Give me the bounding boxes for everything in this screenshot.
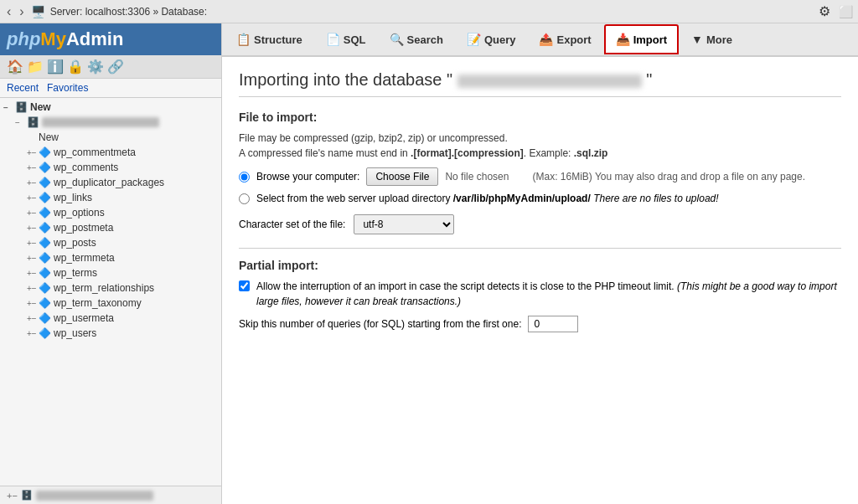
table-icon: 🔷 bbox=[39, 252, 51, 264]
list-item[interactable]: +− 🔷 wp_terms bbox=[0, 265, 221, 280]
interrupt-checkbox-row: Allow the interruption of an import in c… bbox=[239, 279, 841, 309]
logo-php: php bbox=[7, 28, 40, 50]
tree-label: wp_term_taxonomy bbox=[54, 297, 142, 309]
list-item[interactable]: +− 🔷 wp_postmeta bbox=[0, 220, 221, 235]
skip-queries-row: Skip this number of queries (for SQL) st… bbox=[239, 316, 841, 332]
list-item[interactable]: +− 🔷 wp_term_taxonomy bbox=[0, 296, 221, 311]
expander-icon: +− bbox=[27, 269, 39, 278]
tab-label: Query bbox=[484, 33, 516, 46]
table-icon: 🔷 bbox=[39, 207, 51, 219]
max-size-text: (Max: 16MiB) You may also drag and drop … bbox=[532, 171, 805, 183]
expander-icon: +− bbox=[27, 299, 39, 308]
sidebar-header: php My Admin bbox=[0, 23, 221, 55]
tab-sql[interactable]: 📄 SQL bbox=[315, 24, 377, 54]
resize-icon[interactable]: ⬜ bbox=[839, 5, 853, 18]
nav-tabs: 📋 Structure 📄 SQL 🔍 Search 📝 Query 📤 Exp… bbox=[222, 23, 858, 57]
tree-item-new-db[interactable]: New bbox=[0, 130, 221, 145]
list-item[interactable]: +− 🔷 wp_usermeta bbox=[0, 311, 221, 326]
no-files-note: There are no files to upload! bbox=[591, 193, 719, 204]
tab-export[interactable]: 📤 Export bbox=[528, 24, 602, 54]
tree-item-db-blurred[interactable]: − 🗄️ bbox=[0, 115, 221, 130]
dropdown-icon: ▼ bbox=[691, 33, 703, 46]
folder-icon[interactable]: 📁 bbox=[27, 59, 44, 75]
list-item[interactable]: +− 🔷 wp_posts bbox=[0, 235, 221, 250]
tree-item-new-root[interactable]: − 🗄️ New bbox=[0, 100, 221, 115]
tree-label: wp_termmeta bbox=[54, 252, 115, 264]
query-icon: 📝 bbox=[467, 33, 481, 46]
sidebar-bottom[interactable]: +− 🗄️ bbox=[0, 486, 221, 504]
info-icon[interactable]: ℹ️ bbox=[47, 59, 64, 75]
expander-icon: − bbox=[15, 118, 27, 127]
skip-input[interactable] bbox=[528, 316, 578, 332]
favorites-tab[interactable]: Favorites bbox=[47, 82, 88, 94]
link-icon[interactable]: 🔗 bbox=[107, 59, 124, 75]
tab-label: Export bbox=[556, 33, 591, 46]
expander-icon: +− bbox=[27, 193, 39, 203]
logo-my: My bbox=[40, 28, 66, 50]
tree-label: New bbox=[30, 101, 51, 113]
server-upload-row: Select from the web server upload direct… bbox=[239, 193, 841, 204]
import-icon: 📥 bbox=[616, 33, 630, 46]
charset-row: Character set of the file: utf-8 utf-16 … bbox=[239, 214, 841, 234]
charset-select[interactable]: utf-8 utf-16 latin1 ascii bbox=[354, 214, 454, 234]
blurred-db-name bbox=[42, 117, 159, 127]
table-icon: 🔷 bbox=[39, 282, 51, 294]
sidebar-logo: php My Admin bbox=[7, 28, 123, 50]
structure-icon: 📋 bbox=[236, 33, 251, 46]
sidebar-icons-bar: 🏠 📁 ℹ️ 🔒 ⚙️ 🔗 bbox=[0, 55, 221, 79]
charset-label: Character set of the file: bbox=[239, 219, 345, 230]
tree-label: wp_posts bbox=[54, 237, 96, 249]
breadcrumb: Server: localhost:3306 » Database: bbox=[50, 6, 207, 18]
example-bold: .sql.zip bbox=[574, 147, 608, 159]
list-item[interactable]: +− 🔷 wp_links bbox=[0, 190, 221, 205]
table-icon: 🔷 bbox=[39, 147, 51, 158]
browse-radio[interactable] bbox=[239, 172, 250, 183]
tab-label: Structure bbox=[254, 33, 302, 46]
back-button[interactable]: ‹ bbox=[5, 4, 13, 19]
settings-icon[interactable]: ⚙️ bbox=[87, 59, 104, 75]
expander-icon: +− bbox=[27, 178, 39, 188]
recent-tab[interactable]: Recent bbox=[7, 82, 39, 94]
sidebar-tree: − 🗄️ New − 🗄️ New +− 🔷 wp_commentmeta bbox=[0, 98, 221, 486]
db-icon: 🗄️ bbox=[27, 116, 39, 128]
tab-structure[interactable]: 📋 Structure bbox=[225, 24, 313, 54]
list-item[interactable]: +− 🔷 wp_term_relationships bbox=[0, 280, 221, 296]
expander-icon: +− bbox=[27, 148, 39, 157]
tab-search[interactable]: 🔍 Search bbox=[379, 24, 454, 54]
list-item[interactable]: +− 🔷 wp_comments bbox=[0, 160, 221, 175]
new-label: New bbox=[39, 131, 59, 143]
forward-button[interactable]: › bbox=[18, 4, 25, 19]
choose-file-button[interactable]: Choose File bbox=[366, 167, 438, 186]
list-item[interactable]: +− 🔷 wp_termmeta bbox=[0, 250, 221, 265]
tree-label: wp_terms bbox=[54, 267, 97, 279]
list-item[interactable]: +− 🔷 wp_options bbox=[0, 205, 221, 220]
gear-icon[interactable]: ⚙ bbox=[819, 3, 830, 19]
list-item[interactable]: +− 🔷 wp_duplicator_packages bbox=[0, 175, 221, 190]
file-section-title: File to import: bbox=[239, 111, 841, 124]
list-item[interactable]: +− 🔷 wp_commentmeta bbox=[0, 145, 221, 160]
browse-label: Browse your computer: bbox=[256, 171, 359, 183]
file-description-1: File may be compressed (gzip, bzip2, zip… bbox=[239, 131, 841, 161]
home-icon[interactable]: 🏠 bbox=[7, 59, 23, 75]
table-icon: 🔷 bbox=[39, 327, 51, 339]
expander-icon: +− bbox=[27, 224, 39, 233]
tab-more[interactable]: ▼ More bbox=[680, 24, 743, 54]
interrupt-checkbox[interactable] bbox=[239, 280, 250, 291]
expander-icon: +− bbox=[27, 329, 39, 338]
expander-icon: +− bbox=[27, 284, 39, 293]
top-bar: ‹ › 🖥️ Server: localhost:3306 » Database… bbox=[0, 0, 858, 23]
partial-import-title: Partial import: bbox=[239, 259, 841, 272]
db-icon: 🗄️ bbox=[15, 101, 28, 113]
lock-icon[interactable]: 🔒 bbox=[67, 59, 84, 75]
section-divider bbox=[239, 248, 841, 249]
server-upload-radio[interactable] bbox=[239, 193, 250, 204]
expander-icon: +− bbox=[27, 163, 39, 172]
list-item[interactable]: +− 🔷 wp_users bbox=[0, 326, 221, 341]
tab-label: SQL bbox=[344, 33, 366, 46]
blurred-db-title bbox=[457, 75, 642, 88]
table-icon: 🔷 bbox=[39, 267, 51, 279]
tab-query[interactable]: 📝 Query bbox=[456, 24, 527, 54]
no-file-text: No file chosen bbox=[445, 171, 509, 183]
tree-label: wp_links bbox=[54, 192, 92, 203]
tab-import[interactable]: 📥 Import bbox=[604, 24, 679, 54]
